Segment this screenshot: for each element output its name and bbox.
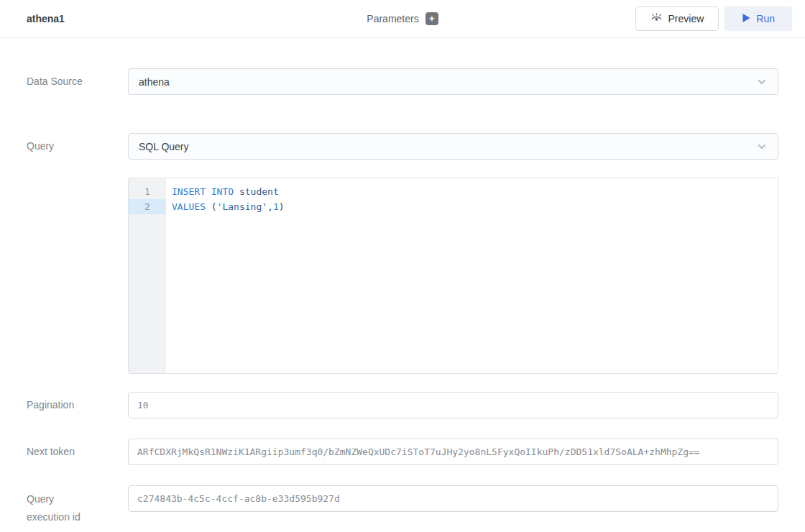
next-token-field xyxy=(128,439,778,465)
sql-editor-field: 12 INSERT INTO studentVALUES ('Lansing',… xyxy=(128,178,778,374)
topbar-left: athena1 xyxy=(0,12,216,25)
pagination-label: Pagination xyxy=(27,396,96,414)
query-type-label: Query xyxy=(27,137,96,155)
data-source-row: Data Source athena xyxy=(27,68,778,95)
query-type-field: SQL Query xyxy=(128,133,778,160)
query-execution-id-field xyxy=(128,485,778,512)
editor-gutter: 12 xyxy=(129,178,166,373)
topbar: athena1 Parameters + Preview xyxy=(0,0,805,38)
query-title: athena1 xyxy=(27,13,65,24)
next-token-label: Next token xyxy=(27,443,96,461)
query-editor-panel: Data Source athena Query SQL Query xyxy=(0,38,805,526)
preview-button-label: Preview xyxy=(668,13,704,24)
play-icon xyxy=(742,13,750,25)
next-token-row: Next token xyxy=(27,439,778,465)
query-type-select[interactable]: SQL Query xyxy=(128,133,778,160)
data-source-label: Data Source xyxy=(27,73,96,91)
pagination-field xyxy=(128,392,778,418)
data-source-value: athena xyxy=(139,76,756,88)
run-button-label: Run xyxy=(756,13,775,24)
chevron-down-icon xyxy=(756,76,768,88)
next-token-input[interactable] xyxy=(128,439,778,465)
query-type-value: SQL Query xyxy=(139,141,756,152)
query-execution-id-label: Query execution id xyxy=(27,485,96,526)
plus-icon: + xyxy=(429,13,435,24)
pagination-row: Pagination xyxy=(27,392,778,418)
run-button[interactable]: Run xyxy=(724,6,792,31)
query-execution-id-row: Query execution id xyxy=(27,485,778,526)
topbar-center: Parameters + xyxy=(216,12,589,25)
pagination-input[interactable] xyxy=(128,392,778,418)
preview-button[interactable]: Preview xyxy=(635,6,719,31)
parameters-label: Parameters xyxy=(367,13,418,24)
topbar-right: Preview Run xyxy=(589,6,805,31)
query-execution-id-input[interactable] xyxy=(128,485,778,512)
editor-code[interactable]: INSERT INTO studentVALUES ('Lansing',1) xyxy=(166,178,778,373)
chevron-down-icon xyxy=(756,141,768,152)
eye-icon xyxy=(650,13,663,25)
add-parameter-button[interactable]: + xyxy=(426,12,438,25)
sql-editor-row: 12 INSERT INTO studentVALUES ('Lansing',… xyxy=(27,178,778,374)
query-type-row: Query SQL Query xyxy=(27,133,778,160)
data-source-select[interactable]: athena xyxy=(128,68,778,95)
data-source-field: athena xyxy=(128,68,778,95)
sql-code-editor[interactable]: 12 INSERT INTO studentVALUES ('Lansing',… xyxy=(128,178,778,374)
